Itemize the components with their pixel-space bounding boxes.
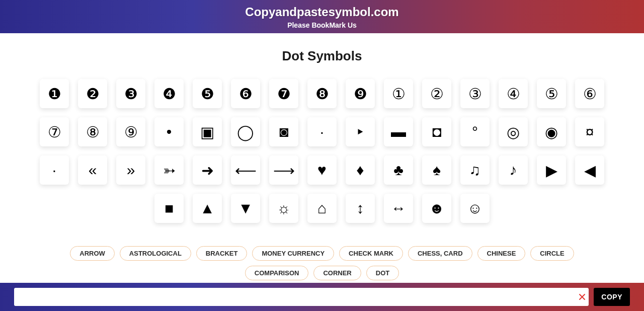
symbol-tile[interactable]: ☼ — [269, 194, 298, 223]
symbol-tile[interactable]: ❾ — [346, 79, 375, 108]
category-tag[interactable]: CHECK MARK — [339, 246, 403, 261]
symbol-tile[interactable]: ▬ — [384, 117, 413, 146]
symbol-tile[interactable]: ❸ — [116, 79, 145, 108]
symbol-tile[interactable]: ⟶ — [269, 156, 298, 185]
category-tag[interactable]: CHINESE — [477, 246, 526, 261]
symbol-tile[interactable]: ♠ — [422, 156, 451, 185]
clear-button[interactable] — [575, 289, 590, 304]
symbol-tile[interactable]: ❽ — [307, 79, 337, 108]
category-tag[interactable]: BRACKET — [196, 246, 248, 261]
category-tag[interactable]: ASTROLOGICAL — [120, 246, 191, 261]
symbol-tile[interactable]: ♦ — [346, 156, 375, 185]
symbol-tile[interactable]: ⌂ — [307, 194, 337, 223]
copy-input[interactable] — [14, 288, 589, 306]
category-tag[interactable]: ARROW — [70, 246, 115, 261]
symbol-tile[interactable]: ➜ — [193, 156, 222, 185]
symbol-tile[interactable]: ② — [422, 79, 451, 108]
symbol-tile[interactable]: · — [40, 156, 69, 185]
symbol-tile[interactable]: • — [154, 117, 184, 146]
symbol-tile[interactable]: ⑥ — [575, 79, 604, 108]
symbol-tile[interactable]: ⑤ — [537, 79, 566, 108]
category-tags: ARROWASTROLOGICALBRACKETMONEY CURRENCYCH… — [30, 241, 614, 280]
symbol-tile[interactable]: ① — [384, 79, 413, 108]
symbol-tile[interactable]: ∙ — [307, 117, 337, 146]
main-content: Dot Symbols ❶❷❸❹❺❻❼❽❾①②③④⑤⑥⑦⑧⑨•▣◯◙∙‣▬◘°◎… — [0, 33, 644, 285]
symbol-tile[interactable]: ◯ — [231, 117, 260, 146]
symbol-tile[interactable]: ❺ — [193, 79, 222, 108]
site-title: Copyandpastesymbol.com — [0, 5, 644, 19]
symbol-tile[interactable]: ■ — [154, 194, 184, 223]
symbol-tile[interactable]: ⟵ — [231, 156, 260, 185]
symbol-tile[interactable]: ↔ — [384, 194, 413, 223]
symbol-tile[interactable]: ♪ — [499, 156, 528, 185]
site-subtitle: Please BookMark Us — [0, 21, 644, 29]
header: Copyandpastesymbol.com Please BookMark U… — [0, 0, 644, 33]
symbol-tile[interactable]: ☻ — [422, 194, 451, 223]
symbol-grid: ❶❷❸❹❺❻❼❽❾①②③④⑤⑥⑦⑧⑨•▣◯◙∙‣▬◘°◎◉¤·«»➳➜⟵⟶♥♦♣… — [30, 79, 614, 223]
symbol-tile[interactable]: ❼ — [269, 79, 298, 108]
symbol-tile[interactable]: ▣ — [193, 117, 222, 146]
symbol-tile[interactable]: ➳ — [154, 156, 184, 185]
symbol-tile[interactable]: ▲ — [193, 194, 222, 223]
symbol-tile[interactable]: ° — [460, 117, 490, 146]
category-tag[interactable]: DOT — [366, 266, 399, 280]
symbol-tile[interactable]: ⑦ — [40, 117, 69, 146]
symbol-tile[interactable]: ⑨ — [116, 117, 145, 146]
symbol-tile[interactable]: ▶ — [537, 156, 566, 185]
symbol-tile[interactable]: ❹ — [154, 79, 184, 108]
category-tag[interactable]: MONEY CURRENCY — [252, 246, 334, 261]
symbol-tile[interactable]: ◀ — [575, 156, 604, 185]
symbol-tile[interactable]: « — [78, 156, 107, 185]
symbol-tile[interactable]: ◘ — [422, 117, 451, 146]
symbol-tile[interactable]: ⑧ — [78, 117, 107, 146]
symbol-tile[interactable]: ③ — [460, 79, 490, 108]
symbol-tile[interactable]: ❶ — [40, 79, 69, 108]
page-title: Dot Symbols — [30, 48, 614, 64]
symbol-tile[interactable]: ♫ — [460, 156, 490, 185]
symbol-tile[interactable]: ◙ — [269, 117, 298, 146]
symbol-tile[interactable]: ❻ — [231, 79, 260, 108]
symbol-tile[interactable]: ♥ — [307, 156, 337, 185]
symbol-tile[interactable]: ④ — [499, 79, 528, 108]
symbol-tile[interactable]: ▼ — [231, 194, 260, 223]
symbol-tile[interactable]: ‣ — [346, 117, 375, 146]
symbol-tile[interactable]: ◉ — [537, 117, 566, 146]
symbol-tile[interactable]: ↕ — [346, 194, 375, 223]
category-tag[interactable]: COMPARISON — [245, 266, 309, 280]
copy-bar: COPY — [0, 283, 644, 311]
symbol-tile[interactable]: ❷ — [78, 79, 107, 108]
symbol-tile[interactable]: ¤ — [575, 117, 604, 146]
symbol-tile[interactable]: ◎ — [499, 117, 528, 146]
symbol-tile[interactable]: ♣ — [384, 156, 413, 185]
category-tag[interactable]: CHESS, CARD — [408, 246, 472, 261]
category-tag[interactable]: CIRCLE — [530, 246, 574, 261]
symbol-tile[interactable]: ☺ — [460, 194, 490, 223]
copy-button[interactable]: COPY — [594, 288, 630, 306]
symbol-tile[interactable]: » — [116, 156, 145, 185]
close-icon — [577, 292, 587, 302]
category-tag[interactable]: CORNER — [313, 266, 361, 280]
